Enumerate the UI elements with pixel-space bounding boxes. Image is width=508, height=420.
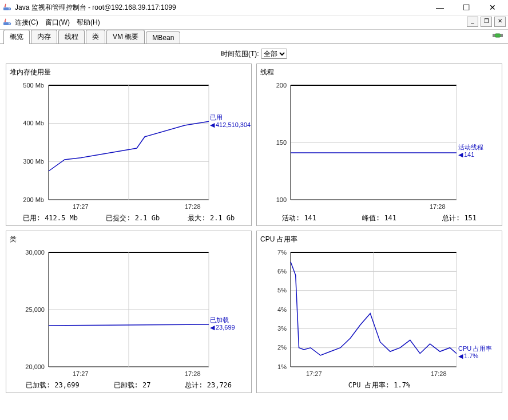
svg-text:17:27: 17:27: [73, 203, 89, 210]
maximize-button[interactable]: ☐: [458, 3, 475, 12]
mdi-buttons: _ ❐ ✕: [467, 17, 506, 27]
mdi-minimize-button[interactable]: _: [467, 17, 478, 27]
mdi-close-button[interactable]: ✕: [494, 17, 506, 27]
svg-text:25,000: 25,000: [25, 306, 45, 313]
classes-callout: 已加载 ◀23,699: [210, 316, 235, 331]
svg-rect-3: [493, 34, 495, 37]
minimize-button[interactable]: —: [431, 3, 449, 12]
window-buttons: — ☐ ✕: [431, 3, 506, 12]
svg-text:200 Mb: 200 Mb: [23, 196, 44, 203]
title-bar: Java 监视和管理控制台 - root@192.168.39.117:1099…: [0, 0, 508, 15]
heap-stats: 已用: 412.5 Mb 已提交: 2.1 Gb 最大: 2.1 Gb: [9, 211, 249, 224]
cpu-callout: CPU 占用率 ◀1.7%: [458, 345, 492, 360]
time-range-label: 时间范围(T):: [221, 50, 259, 58]
java-icon: [2, 3, 11, 12]
connection-icon: [492, 31, 503, 40]
svg-rect-4: [501, 34, 503, 37]
tab-threads[interactable]: 线程: [58, 30, 85, 43]
svg-rect-0: [3, 7, 9, 10]
window-title: Java 监视和管理控制台 - root@192.168.39.117:1099: [15, 3, 431, 13]
tab-bar: 概览 内存 线程 类 VM 概要 MBean: [0, 30, 508, 44]
heap-chart: 500 Mb 400 Mb 300 Mb 200 Mb 17:27 17:28: [9, 80, 249, 211]
svg-rect-1: [3, 22, 9, 25]
svg-text:400 Mb: 400 Mb: [23, 120, 44, 126]
svg-text:17:28: 17:28: [185, 203, 201, 210]
classes-panel: 类 30,000 25,000 20,000 17:27 17:28 已加载 ◀…: [3, 228, 254, 395]
menu-window[interactable]: 窗口(W): [45, 18, 70, 27]
tab-memory[interactable]: 内存: [31, 30, 57, 43]
menu-connect[interactable]: 连接(C): [15, 18, 38, 27]
svg-text:17:27: 17:27: [73, 370, 89, 377]
heap-title: 堆内存使用量: [10, 68, 249, 77]
svg-text:2%: 2%: [277, 344, 287, 351]
svg-text:4%: 4%: [277, 306, 287, 313]
svg-text:17:28: 17:28: [185, 370, 201, 377]
tab-overview[interactable]: 概览: [3, 30, 30, 44]
classes-chart: 30,000 25,000 20,000 17:27 17:28: [9, 247, 249, 378]
svg-text:150: 150: [276, 139, 287, 146]
tab-classes[interactable]: 类: [86, 30, 105, 43]
svg-text:1%: 1%: [277, 363, 287, 370]
svg-text:30,000: 30,000: [25, 249, 45, 256]
svg-text:17:28: 17:28: [430, 203, 446, 210]
menu-help[interactable]: 帮助(H): [77, 18, 100, 27]
tab-vm[interactable]: VM 概要: [106, 30, 145, 43]
svg-text:200: 200: [276, 82, 287, 89]
java-icon: [2, 18, 11, 27]
heap-panel: 堆内存使用量 500 Mb 400 Mb 300 Mb 200 Mb 17:27…: [3, 61, 254, 228]
tab-mbeans[interactable]: MBean: [146, 31, 180, 43]
mdi-restore-button[interactable]: ❐: [481, 17, 492, 27]
svg-text:17:27: 17:27: [306, 370, 322, 377]
svg-text:5%: 5%: [277, 287, 287, 294]
close-button[interactable]: ✕: [484, 3, 501, 12]
cpu-title: CPU 占用率: [260, 235, 499, 244]
time-range-select[interactable]: 全部: [261, 49, 287, 59]
svg-text:7%: 7%: [277, 249, 287, 256]
threads-stats: 活动: 141 峰值: 141 总计: 151: [259, 211, 499, 224]
svg-rect-2: [494, 34, 501, 37]
classes-title: 类: [10, 235, 249, 244]
cpu-stats: CPU 占用率: 1.7%: [259, 378, 499, 391]
svg-text:100: 100: [276, 196, 287, 203]
heap-callout: 已用 ◀412,510,304: [210, 114, 251, 129]
time-range-row: 时间范围(T): 全部: [0, 44, 508, 61]
charts-grid: 堆内存使用量 500 Mb 400 Mb 300 Mb 200 Mb 17:27…: [0, 61, 508, 395]
cpu-panel: CPU 占用率 7% 6% 5% 4% 3% 2% 1%: [254, 228, 505, 395]
svg-text:6%: 6%: [277, 268, 287, 275]
classes-stats: 已加载: 23,699 已卸载: 27 总计: 23,726: [9, 378, 249, 391]
svg-text:300 Mb: 300 Mb: [23, 158, 44, 165]
svg-text:500 Mb: 500 Mb: [23, 82, 44, 89]
svg-text:3%: 3%: [277, 325, 287, 332]
menu-bar: 连接(C) 窗口(W) 帮助(H) _ ❐ ✕: [0, 15, 508, 30]
svg-text:20,000: 20,000: [25, 363, 45, 370]
threads-panel: 线程 200 150 100 17:28 活动线程 ◀141 活动: 141: [254, 61, 505, 228]
threads-callout: 活动线程 ◀141: [458, 144, 483, 159]
threads-title: 线程: [260, 68, 499, 77]
svg-text:17:28: 17:28: [431, 370, 447, 377]
